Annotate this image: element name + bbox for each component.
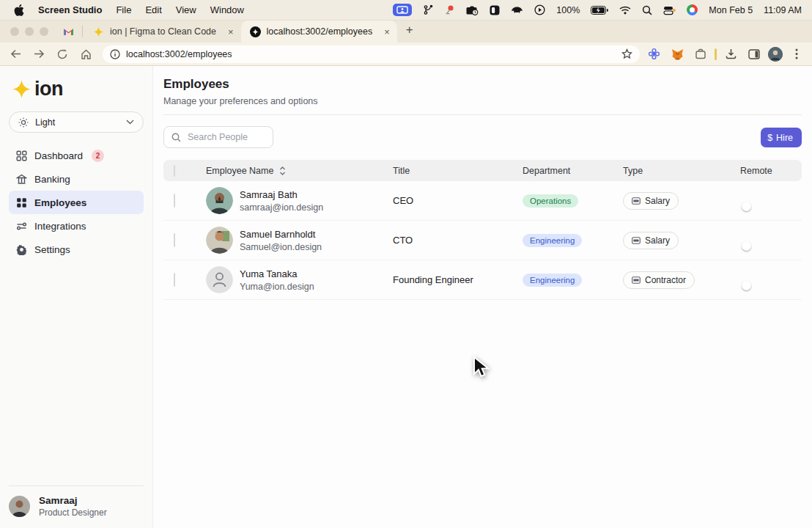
url-text: localhost:3002/employees bbox=[126, 49, 232, 59]
tab-close-icon[interactable]: × bbox=[228, 27, 234, 37]
url-bar[interactable]: localhost:3002/employees bbox=[103, 45, 640, 63]
zoom-window-button[interactable] bbox=[40, 27, 48, 36]
sidebar-user[interactable]: Samraaj Product Designer bbox=[9, 485, 144, 518]
reload-icon[interactable] bbox=[53, 45, 72, 64]
menu-window[interactable]: Window bbox=[210, 4, 244, 15]
sidebar-item-label: Employees bbox=[34, 197, 86, 208]
sidebar-item-label: Settings bbox=[34, 244, 70, 255]
side-panel-icon[interactable] bbox=[745, 45, 764, 64]
extension-react-icon[interactable] bbox=[644, 45, 663, 64]
downloads-icon[interactable] bbox=[721, 45, 740, 64]
row-checkbox[interactable] bbox=[174, 194, 175, 208]
dashboard-badge: 2 bbox=[92, 150, 104, 162]
tab-ion-figma[interactable]: ion | Figma to Clean Code × bbox=[84, 21, 241, 43]
screen: Screen Studio File Edit View Window bbox=[0, 0, 812, 528]
employee-email: Samuel@ion.design bbox=[240, 242, 322, 252]
hire-button[interactable]: $ Hire bbox=[761, 128, 802, 147]
camera-clock-icon[interactable] bbox=[466, 5, 479, 15]
tab-separator bbox=[82, 26, 83, 37]
chrome-icon[interactable] bbox=[687, 4, 698, 15]
theme-selector[interactable]: Light bbox=[9, 111, 144, 133]
browser-menu-icon[interactable] bbox=[787, 45, 806, 64]
localhost-favicon-icon bbox=[250, 26, 261, 37]
user-avatar bbox=[9, 496, 30, 517]
menubar-date[interactable]: Mon Feb 5 bbox=[709, 5, 753, 15]
employee-avatar-placeholder bbox=[206, 266, 233, 293]
tab-close-icon[interactable]: × bbox=[384, 27, 390, 37]
stack-icon[interactable] bbox=[663, 5, 676, 15]
sidebar-nav: Dashboard 2 Banking Employees bbox=[9, 144, 144, 261]
menubar-app-name[interactable]: Screen Studio bbox=[38, 4, 102, 15]
table-header-row: Employee Name Title Department Type Remo… bbox=[163, 160, 802, 181]
home-icon[interactable] bbox=[76, 45, 95, 64]
sidebar-item-settings[interactable]: Settings bbox=[9, 238, 144, 261]
gear-icon bbox=[16, 244, 27, 255]
record-dot-icon[interactable] bbox=[445, 4, 455, 15]
ion-sparkle-icon bbox=[93, 26, 104, 37]
type-pill[interactable]: Salary bbox=[623, 192, 679, 210]
tab-label: ion | Figma to Clean Code bbox=[110, 26, 216, 37]
menu-view[interactable]: View bbox=[176, 4, 196, 15]
employee-title: CEO bbox=[393, 195, 523, 206]
forward-icon[interactable] bbox=[29, 45, 48, 64]
wifi-icon[interactable] bbox=[619, 6, 631, 15]
sidebar-item-label: Dashboard bbox=[34, 150, 83, 161]
site-info-icon[interactable] bbox=[110, 49, 120, 59]
spotlight-search-icon[interactable] bbox=[642, 5, 652, 15]
department-badge: Operations bbox=[523, 194, 578, 208]
extension-metamask-icon[interactable] bbox=[668, 45, 687, 64]
app-window: ion Light Dashboard 2 bbox=[0, 66, 812, 528]
employee-name: Samuel Barnholdt bbox=[240, 229, 322, 240]
new-tab-button[interactable]: + bbox=[397, 23, 422, 40]
screen-studio-icon[interactable] bbox=[393, 4, 412, 16]
sidebar-item-label: Integrations bbox=[34, 221, 86, 232]
user-role: Product Designer bbox=[39, 507, 107, 518]
type-pill[interactable]: Contractor bbox=[623, 271, 695, 289]
table-row[interactable]: Samraaj Bath samraaj@ion.design CEO Oper… bbox=[163, 181, 802, 221]
minimize-window-button[interactable] bbox=[25, 27, 34, 36]
search-people-input[interactable] bbox=[163, 126, 273, 148]
table-row[interactable]: Yuma Tanaka Yuma@ion.design Founding Eng… bbox=[163, 260, 802, 300]
browser-toolbar: localhost:3002/employees bbox=[0, 43, 812, 66]
back-icon[interactable] bbox=[6, 45, 25, 64]
sidebar-item-dashboard[interactable]: Dashboard 2 bbox=[9, 144, 144, 167]
close-window-button[interactable] bbox=[10, 27, 19, 36]
tab-label: localhost:3002/employees bbox=[267, 26, 373, 37]
apple-icon[interactable] bbox=[14, 4, 24, 16]
employee-name: Yuma Tanaka bbox=[240, 268, 314, 279]
sidebar-item-banking[interactable]: Banking bbox=[9, 167, 144, 191]
sidebar-item-employees[interactable]: Employees bbox=[9, 191, 144, 214]
table-row[interactable]: Samuel Barnholdt Samuel@ion.design CTO E… bbox=[163, 221, 802, 260]
browser-profile-avatar[interactable] bbox=[768, 47, 783, 62]
extension-separator bbox=[715, 48, 717, 60]
row-checkbox[interactable] bbox=[174, 233, 175, 247]
dollar-icon: $ bbox=[767, 133, 772, 143]
extension-box-icon[interactable] bbox=[691, 45, 710, 64]
battery-percent: 100% bbox=[556, 5, 580, 15]
sun-icon bbox=[18, 117, 29, 128]
card-icon bbox=[632, 197, 641, 205]
animal-icon[interactable] bbox=[511, 5, 523, 15]
select-all-checkbox[interactable] bbox=[174, 165, 175, 177]
row-checkbox[interactable] bbox=[174, 273, 175, 287]
department-badge: Engineering bbox=[523, 234, 582, 247]
department-badge: Engineering bbox=[523, 274, 582, 287]
pinned-tab-gmail[interactable] bbox=[56, 21, 81, 43]
menubar-time[interactable]: 11:09 AM bbox=[764, 5, 802, 15]
bookmark-star-icon[interactable] bbox=[621, 48, 632, 59]
sort-icon[interactable] bbox=[279, 166, 286, 175]
search-input[interactable] bbox=[186, 131, 265, 143]
employee-email: samraaj@ion.design bbox=[240, 202, 323, 213]
menu-edit[interactable]: Edit bbox=[145, 4, 161, 15]
tab-localhost[interactable]: localhost:3002/employees × bbox=[241, 21, 397, 43]
notch-icon[interactable] bbox=[490, 5, 500, 15]
ion-sparkle-icon bbox=[12, 79, 32, 99]
type-pill[interactable]: Salary bbox=[623, 232, 679, 249]
browser-tab-strip: ion | Figma to Clean Code × localhost:30… bbox=[0, 21, 812, 43]
menu-file[interactable]: File bbox=[116, 4, 131, 15]
git-branch-icon[interactable] bbox=[423, 4, 434, 15]
play-circle-icon[interactable] bbox=[534, 4, 545, 15]
ion-logo[interactable]: ion bbox=[12, 78, 63, 100]
col-employee-name: Employee Name bbox=[206, 166, 273, 176]
sidebar-item-integrations[interactable]: Integrations bbox=[9, 214, 144, 238]
